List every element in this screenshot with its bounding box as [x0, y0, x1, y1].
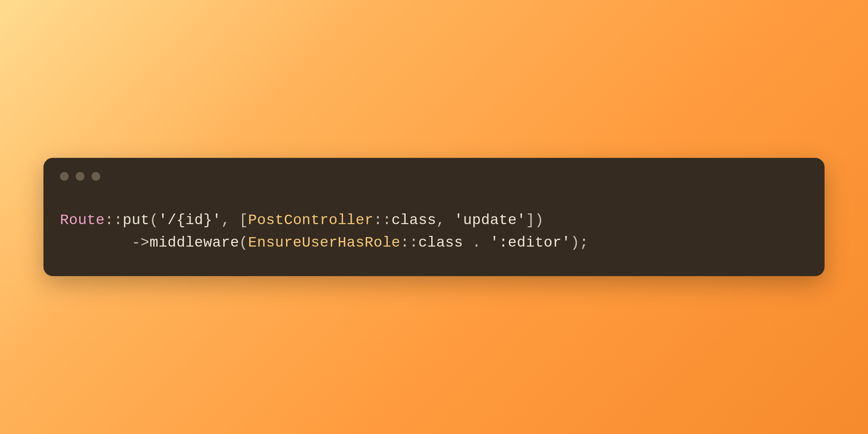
token-class: Route	[60, 212, 105, 228]
token-string: ':editor'	[490, 234, 571, 251]
token-punct: .	[463, 234, 490, 251]
token-keyword: class	[418, 234, 463, 251]
token-arrow: ->	[132, 234, 150, 251]
token-punct: ,	[436, 212, 454, 228]
traffic-light-close-icon[interactable]	[60, 172, 69, 181]
token-punct: (	[150, 212, 159, 228]
token-type: PostController	[248, 212, 374, 228]
token-punct: );	[571, 234, 588, 251]
traffic-light-zoom-icon[interactable]	[92, 172, 100, 181]
token-type: EnsureUserHasRole	[248, 234, 400, 251]
token-string: '/{id}'	[159, 212, 221, 228]
code-block: Route::put('/{id}', [PostController::cla…	[43, 181, 825, 254]
token-indent	[60, 234, 132, 251]
token-string: 'update'	[454, 212, 526, 228]
code-window: Route::put('/{id}', [PostController::cla…	[43, 158, 825, 277]
token-punct: ::	[374, 212, 391, 228]
token-punct: ::	[105, 212, 123, 228]
token-keyword: class	[391, 212, 436, 228]
token-method: put	[123, 212, 150, 228]
token-punct: , [	[221, 212, 248, 228]
traffic-light-minimize-icon[interactable]	[76, 172, 84, 181]
token-method: middleware	[150, 234, 239, 251]
window-titlebar	[43, 158, 825, 181]
token-punct: (	[239, 234, 248, 251]
token-punct: ::	[400, 234, 418, 251]
token-punct: ])	[526, 212, 544, 228]
